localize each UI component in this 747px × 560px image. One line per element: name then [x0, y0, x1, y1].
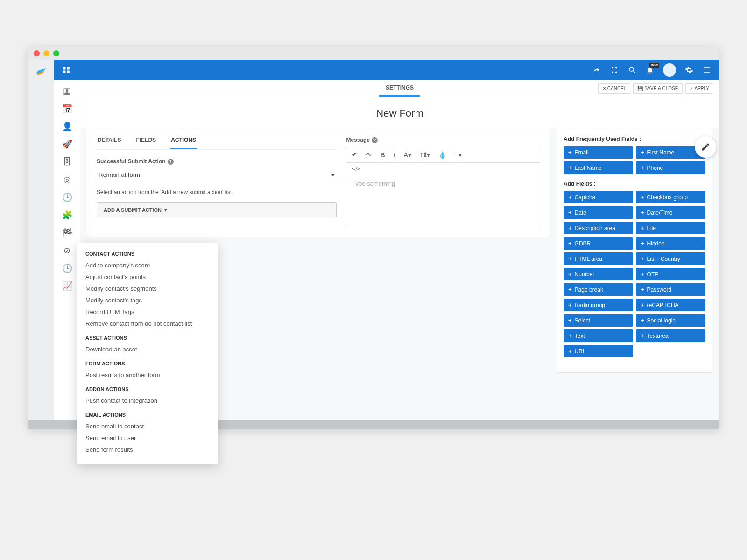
- window-minimize-icon[interactable]: [43, 50, 49, 56]
- apply-button[interactable]: ✓APPLY: [685, 83, 714, 94]
- plus-icon: +: [568, 209, 572, 216]
- sidebar-history-icon[interactable]: 🕒: [58, 261, 77, 275]
- sidebar-contacts-icon[interactable]: 👤: [58, 119, 77, 133]
- menu-icon[interactable]: [702, 65, 712, 75]
- help-icon[interactable]: ?: [372, 137, 378, 143]
- sidebar-performance-icon[interactable]: 🏁: [58, 226, 77, 240]
- plus-icon: +: [568, 332, 572, 339]
- field-chip[interactable]: +Number: [564, 268, 633, 280]
- italic-icon[interactable]: I: [394, 151, 395, 159]
- code-icon[interactable]: </>: [352, 166, 360, 172]
- field-chip[interactable]: +Text: [564, 329, 633, 342]
- field-chip[interactable]: +Email: [564, 146, 633, 159]
- field-chip[interactable]: +Last Name: [564, 161, 633, 174]
- plus-icon: +: [641, 255, 644, 262]
- field-chip[interactable]: +Description area: [564, 222, 633, 234]
- submit-action-select[interactable]: Remain at form ▾: [97, 168, 337, 182]
- bold-icon[interactable]: B: [380, 151, 385, 159]
- font-size-icon[interactable]: T𝗜▾: [420, 151, 430, 159]
- fullscreen-icon[interactable]: [610, 65, 619, 75]
- field-chip[interactable]: +Select: [564, 314, 633, 327]
- search-icon[interactable]: [627, 65, 637, 75]
- redo-icon[interactable]: ↷: [366, 151, 372, 159]
- field-chip[interactable]: +List - Country: [636, 252, 705, 265]
- avatar[interactable]: [663, 63, 676, 77]
- dropdown-item[interactable]: Modify contact's tags: [85, 294, 210, 306]
- page-tabs: SETTINGS ✕CANCEL 💾SAVE & CLOSE ✓APPLY: [80, 80, 719, 97]
- notifications-icon[interactable]: new: [645, 65, 655, 75]
- field-chip[interactable]: +GDPR: [564, 237, 633, 250]
- save-close-button[interactable]: 💾SAVE & CLOSE: [633, 83, 682, 94]
- svg-rect-1: [67, 67, 70, 69]
- plus-icon: +: [568, 271, 572, 278]
- plus-icon: +: [568, 240, 572, 247]
- sidebar-target-icon[interactable]: ◎: [58, 173, 77, 187]
- field-chip[interactable]: +Page break: [564, 283, 633, 296]
- field-chip[interactable]: +reCAPTCHA: [636, 299, 705, 311]
- field-chip[interactable]: +Hidden: [636, 237, 705, 250]
- sidebar-block-icon[interactable]: ⊘: [58, 244, 77, 258]
- field-chip[interactable]: +File: [636, 222, 705, 234]
- share-icon[interactable]: [592, 65, 601, 75]
- dropdown-item[interactable]: Remove contact from do not contact list: [85, 318, 210, 329]
- undo-icon[interactable]: ↶: [352, 151, 358, 159]
- field-chip[interactable]: +Radio group: [564, 299, 633, 311]
- dropdown-item[interactable]: Record UTM Tags: [85, 306, 210, 318]
- edit-fab[interactable]: [695, 136, 716, 158]
- tab-fields[interactable]: FIELDS: [135, 137, 157, 149]
- svg-rect-2: [63, 71, 65, 73]
- fields-heading: Add Fields :: [564, 181, 705, 187]
- dropdown-item[interactable]: Send email to contact: [85, 420, 210, 432]
- field-chip[interactable]: +Captcha: [564, 191, 633, 203]
- field-chip[interactable]: +Password: [636, 283, 705, 296]
- window-maximize-icon[interactable]: [53, 50, 59, 56]
- sidebar-clock-icon[interactable]: 🕒: [58, 190, 77, 204]
- chevron-down-icon: ▾: [164, 207, 167, 213]
- brand-logo: [28, 60, 54, 420]
- dropdown-item[interactable]: Send form results: [85, 444, 210, 455]
- dropdown-item[interactable]: Push contact to integration: [85, 395, 210, 406]
- window-close-icon[interactable]: [34, 50, 40, 56]
- dropdown-item[interactable]: Download an asset: [85, 343, 210, 355]
- sidebar-reports-icon[interactable]: 📈: [58, 279, 77, 293]
- field-chip[interactable]: +HTML area: [564, 252, 633, 265]
- field-chip[interactable]: +OTP: [636, 268, 705, 280]
- tab-actions[interactable]: ACTIONS: [170, 137, 197, 149]
- plus-icon: +: [641, 209, 644, 216]
- tab-details[interactable]: DETAILS: [97, 137, 122, 149]
- field-chip[interactable]: +Checkbox group: [636, 191, 705, 203]
- sidebar-calendar-icon[interactable]: 📅: [58, 102, 77, 116]
- color-icon[interactable]: 💧: [438, 151, 446, 159]
- field-chip[interactable]: +Textarea: [636, 329, 705, 342]
- plus-icon: +: [641, 271, 644, 278]
- dropdown-item[interactable]: Send email to user: [85, 432, 210, 444]
- plus-icon: +: [641, 332, 644, 339]
- cancel-button[interactable]: ✕CANCEL: [598, 83, 631, 94]
- help-icon[interactable]: ?: [168, 159, 174, 165]
- align-icon[interactable]: ≡▾: [455, 151, 462, 159]
- font-family-icon[interactable]: A▾: [403, 151, 411, 159]
- field-chip[interactable]: +URL: [564, 345, 633, 357]
- dropdown-item[interactable]: Adjust contact's points: [85, 271, 210, 283]
- tab-settings[interactable]: SETTINGS: [379, 80, 420, 97]
- plus-icon: +: [568, 224, 572, 231]
- field-chip[interactable]: +Date: [564, 206, 633, 219]
- sidebar: ▦ 📅 👤 🚀 🗄 ◎ 🕒 🧩 🏁 ⊘ 🕒 📈: [54, 80, 80, 420]
- field-chip[interactable]: +Date/Time: [636, 206, 705, 219]
- dropdown-item[interactable]: Modify contact's segments: [85, 283, 210, 294]
- sidebar-integrations-icon[interactable]: 🧩: [58, 208, 77, 222]
- dropdown-item[interactable]: Add to company's score: [85, 259, 210, 271]
- sidebar-campaigns-icon[interactable]: 🚀: [58, 137, 77, 151]
- sidebar-dashboard-icon[interactable]: ▦: [58, 84, 77, 98]
- submit-action-dropdown[interactable]: CONTACT ACTIONSAdd to company's scoreAdj…: [77, 243, 218, 464]
- message-textarea[interactable]: Type something: [346, 175, 540, 227]
- sidebar-stages-icon[interactable]: 🗄: [58, 155, 77, 169]
- apps-icon[interactable]: [62, 65, 71, 75]
- plus-icon: +: [641, 194, 644, 201]
- add-submit-action-button[interactable]: ADD A SUBMIT ACTION ▾: [97, 202, 337, 217]
- plus-icon: +: [568, 164, 572, 171]
- gear-icon[interactable]: [684, 65, 694, 75]
- field-chip[interactable]: +Social login: [636, 314, 705, 327]
- dropdown-item[interactable]: Post results to another form: [85, 369, 210, 381]
- field-chip[interactable]: +Phone: [636, 161, 705, 174]
